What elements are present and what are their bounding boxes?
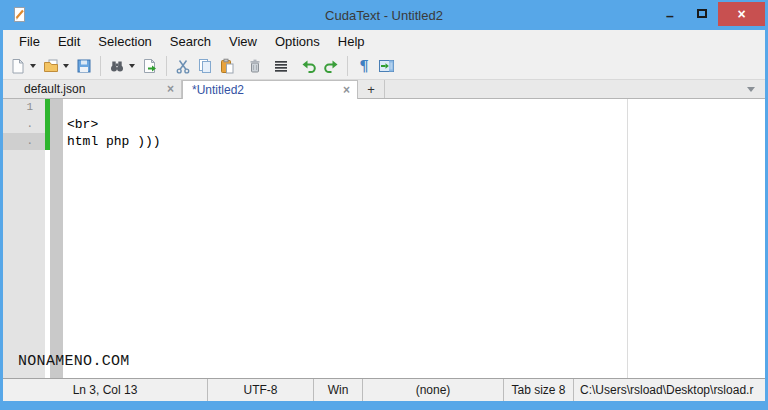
- maximize-icon: [697, 9, 707, 18]
- goto-file-button[interactable]: [139, 54, 161, 78]
- status-lexer[interactable]: (none): [363, 379, 504, 401]
- focus-panel-icon: [378, 58, 395, 74]
- open-file-menu-arrow-icon[interactable]: [63, 64, 69, 68]
- menu-item-selection[interactable]: Selection: [89, 32, 160, 51]
- editor-area[interactable]: 1 . <br> . html php ))) NONAMENO.COM: [3, 99, 765, 378]
- code-text: <br>: [67, 116, 98, 133]
- menu-item-edit[interactable]: Edit: [49, 32, 89, 51]
- binoculars-icon: [109, 58, 125, 74]
- open-folder-icon: [43, 58, 59, 74]
- app-window: CudaText - Untitled2 – × File Edit Selec…: [0, 0, 768, 410]
- code-lines: 1 . <br> . html php ))): [3, 99, 765, 150]
- menu-item-options[interactable]: Options: [266, 32, 329, 51]
- undo-icon: [301, 58, 317, 74]
- paste-icon: [219, 58, 235, 74]
- open-file-button[interactable]: [40, 54, 62, 78]
- status-bar: Ln 3, Col 13 UTF-8 Win (none) Tab size 8…: [3, 378, 765, 401]
- status-caret-position[interactable]: Ln 3, Col 13: [3, 379, 208, 401]
- new-file-icon: [10, 58, 26, 74]
- line-number-current: .: [3, 133, 45, 150]
- redo-icon: [323, 58, 339, 74]
- pilcrow-icon: ¶: [359, 57, 369, 75]
- watermark-text: NONAMENO.COM: [18, 353, 130, 370]
- toolbar-separator: [166, 56, 167, 76]
- toolbar-separator: [347, 56, 348, 76]
- menu-item-file[interactable]: File: [10, 32, 49, 51]
- status-encoding[interactable]: UTF-8: [208, 379, 314, 401]
- tab-close-icon[interactable]: ×: [337, 83, 350, 97]
- toolbar-separator: [100, 56, 101, 76]
- focus-panel-button[interactable]: [375, 54, 397, 78]
- close-button[interactable]: ×: [718, 2, 765, 26]
- status-tab-size[interactable]: Tab size 8: [504, 379, 574, 401]
- delete-button[interactable]: [244, 54, 266, 78]
- code-row[interactable]: . <br>: [3, 116, 765, 133]
- tab-list-dropdown-icon[interactable]: [747, 87, 755, 92]
- line-number: .: [3, 116, 45, 133]
- trash-icon: [247, 58, 263, 74]
- new-file-menu-arrow-icon[interactable]: [30, 64, 36, 68]
- new-file-button[interactable]: [7, 54, 29, 78]
- tab-label: default.json: [24, 82, 85, 96]
- undo-button[interactable]: [298, 54, 320, 78]
- status-line-endings[interactable]: Win: [314, 379, 363, 401]
- title-bar[interactable]: CudaText - Untitled2 – ×: [0, 0, 768, 30]
- menu-item-view[interactable]: View: [220, 32, 266, 51]
- save-icon: [76, 58, 92, 74]
- maximize-button[interactable]: [686, 0, 718, 26]
- copy-icon: [197, 58, 213, 74]
- scissors-icon: [175, 58, 191, 74]
- select-all-button[interactable]: [270, 54, 292, 78]
- menu-item-help[interactable]: Help: [329, 32, 374, 51]
- show-unprinted-button[interactable]: ¶: [353, 54, 375, 78]
- line-number: 1: [3, 99, 45, 116]
- window-controls: – ×: [654, 0, 768, 30]
- minimize-button[interactable]: –: [654, 0, 686, 26]
- menu-item-search[interactable]: Search: [161, 32, 220, 51]
- tab-untitled2[interactable]: *Untitled2 ×: [182, 80, 358, 99]
- select-all-icon: [273, 58, 289, 74]
- window-content: File Edit Selection Search View Options …: [3, 30, 765, 401]
- tab-default-json[interactable]: default.json ×: [15, 80, 182, 98]
- new-tab-button[interactable]: +: [358, 80, 385, 98]
- window-title: CudaText - Untitled2: [0, 8, 768, 23]
- find-menu-arrow-icon[interactable]: [129, 64, 135, 68]
- toolbar: ¶: [3, 52, 765, 80]
- find-button[interactable]: [106, 54, 128, 78]
- status-file-path: C:\Users\rsload\Desktop\rsload.r: [574, 379, 765, 401]
- tab-label: *Untitled2: [192, 83, 244, 97]
- copy-button[interactable]: [194, 54, 216, 78]
- paste-button[interactable]: [216, 54, 238, 78]
- tab-close-icon[interactable]: ×: [161, 82, 174, 96]
- code-row[interactable]: 1: [3, 99, 765, 116]
- code-row[interactable]: . html php ))): [3, 133, 765, 150]
- tab-bar: default.json × *Untitled2 × +: [3, 80, 765, 99]
- menu-bar: File Edit Selection Search View Options …: [3, 30, 765, 52]
- goto-file-icon: [142, 58, 158, 74]
- redo-button[interactable]: [320, 54, 342, 78]
- cut-button[interactable]: [172, 54, 194, 78]
- save-file-button[interactable]: [73, 54, 95, 78]
- code-text: html php ))): [67, 133, 161, 150]
